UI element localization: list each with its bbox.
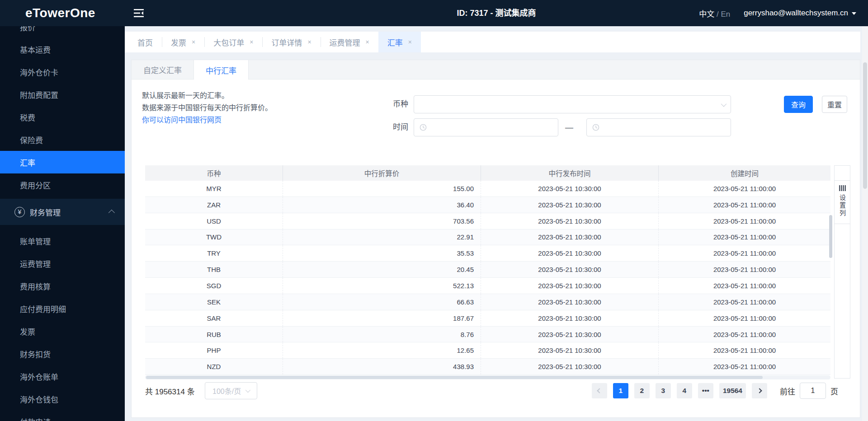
currency-cell: SEK bbox=[145, 294, 283, 310]
tab-汇率[interactable]: 汇率× bbox=[378, 32, 421, 52]
publish-time-cell: 2023-05-21 10:30:00 bbox=[481, 262, 659, 277]
sidebar-item-账单管理[interactable]: 账单管理 bbox=[0, 229, 125, 252]
total-count: 共 1956314 条 bbox=[145, 385, 195, 397]
sidebar-item-发票[interactable]: 发票 bbox=[0, 320, 125, 342]
app-logo: eTowerOne bbox=[25, 0, 95, 26]
chevron-down-icon bbox=[721, 101, 727, 107]
currency-cell: THB bbox=[145, 262, 283, 277]
column-settings-strip: 设置列 bbox=[834, 165, 850, 379]
time-label: 时间 bbox=[381, 118, 408, 136]
publish-time-cell: 2023-05-21 10:30:00 bbox=[481, 359, 659, 374]
sidebar-item-海外仓价卡[interactable]: 海外仓价卡 bbox=[0, 61, 125, 83]
subtab-中行汇率[interactable]: 中行汇率 bbox=[194, 60, 249, 80]
page-button-19564[interactable]: 19564 bbox=[719, 383, 746, 398]
publish-time-cell: 2023-05-21 10:30:00 bbox=[481, 213, 659, 229]
reset-button[interactable]: 重置 bbox=[822, 96, 847, 113]
tab-运费管理[interactable]: 运费管理× bbox=[321, 32, 378, 52]
publish-time-cell: 2023-05-21 10:30:00 bbox=[481, 197, 659, 213]
currency-label: 币种 bbox=[381, 95, 408, 113]
page-button-2[interactable]: 2 bbox=[634, 383, 650, 398]
sidebar-item-汇率[interactable]: 汇率 bbox=[0, 151, 125, 173]
rate-cell: 8.76 bbox=[283, 327, 481, 342]
publish-time-cell: 2023-05-21 10:30:00 bbox=[481, 245, 659, 261]
close-icon[interactable]: × bbox=[366, 39, 369, 45]
goto-page: 前往 1 页 bbox=[780, 383, 838, 399]
pagination: 共 1956314 条 100条/页 1234•••19564 前往 1 页 bbox=[145, 382, 838, 400]
main-content: 首页发票×大包订单×订单详情×运费管理×汇率× 自定义汇率中行汇率 默认展示最新… bbox=[125, 26, 868, 421]
page-button-4[interactable]: 4 bbox=[677, 383, 692, 398]
table-row: THB20.452023-05-21 10:30:002023-05-21 11… bbox=[145, 262, 830, 278]
tenant-title: ID: 7317 - 测试集成商 bbox=[457, 0, 536, 26]
search-button[interactable]: 查询 bbox=[784, 96, 813, 113]
close-icon[interactable]: × bbox=[307, 39, 311, 45]
horizontal-scrollbar[interactable] bbox=[145, 375, 830, 379]
tab-大包订单[interactable]: 大包订单× bbox=[204, 32, 262, 52]
chevron-up-icon bbox=[108, 210, 115, 216]
page-size-select[interactable]: 100条/页 bbox=[205, 382, 257, 399]
time-start-input[interactable] bbox=[414, 118, 558, 136]
sidebar-item-海外仓钱包[interactable]: 海外仓钱包 bbox=[0, 388, 125, 410]
more-pages-button[interactable]: ••• bbox=[698, 383, 713, 398]
user-menu[interactable]: gerryshao@walltechsystem.cn bbox=[744, 9, 856, 18]
rate-cell: 703.56 bbox=[283, 213, 481, 229]
page-scrollbar-thumb[interactable] bbox=[863, 62, 867, 189]
tab-label: 订单详情 bbox=[271, 37, 302, 48]
bank-website-link[interactable]: 你可以访问中国银行网页 bbox=[142, 114, 272, 126]
sidebar-item-报价[interactable]: 报价 bbox=[0, 26, 125, 38]
close-icon[interactable]: × bbox=[192, 39, 195, 45]
page-button-1[interactable]: 1 bbox=[613, 383, 628, 398]
range-separator: — bbox=[565, 123, 573, 132]
bank-rate-panel: 默认展示最新一天的汇率。 数据来源于中国银行每天的中行折算价。 你可以访问中国银… bbox=[131, 80, 860, 418]
sidebar-item-费用核算[interactable]: 费用核算 bbox=[0, 275, 125, 297]
menu-fold-icon[interactable] bbox=[134, 9, 144, 18]
tab-订单详情[interactable]: 订单详情× bbox=[262, 32, 320, 52]
goto-page-input[interactable]: 1 bbox=[800, 383, 826, 399]
close-icon[interactable]: × bbox=[408, 39, 412, 45]
sidebar-item-海外仓账单[interactable]: 海外仓账单 bbox=[0, 365, 125, 388]
prev-page-button[interactable] bbox=[592, 383, 607, 398]
page-button-3[interactable]: 3 bbox=[656, 383, 671, 398]
subtab-自定义汇率[interactable]: 自定义汇率 bbox=[132, 60, 194, 79]
next-page-button[interactable] bbox=[752, 383, 767, 398]
rate-cell: 22.91 bbox=[283, 229, 481, 245]
chevron-down-icon bbox=[245, 388, 250, 393]
rate-cell: 66.63 bbox=[283, 294, 481, 310]
sidebar-item-保险费[interactable]: 保险费 bbox=[0, 128, 125, 151]
sidebar-group-财务管理[interactable]: ¥财务管理 bbox=[0, 199, 125, 225]
sidebar-item-附加费配置[interactable]: 附加费配置 bbox=[0, 83, 125, 106]
currency-select[interactable] bbox=[414, 95, 731, 113]
create-time-cell: 2023-05-21 11:00:00 bbox=[659, 245, 830, 261]
lang-zh[interactable]: 中文 bbox=[699, 10, 714, 19]
publish-time-cell: 2023-05-21 10:30:00 bbox=[481, 278, 659, 294]
sidebar-item-基本运费[interactable]: 基本运费 bbox=[0, 38, 125, 61]
publish-time-cell: 2023-05-21 10:30:00 bbox=[481, 181, 659, 196]
time-end-input[interactable] bbox=[586, 118, 731, 136]
column-settings-label: 设置列 bbox=[838, 194, 847, 217]
tab-首页[interactable]: 首页 bbox=[128, 32, 162, 52]
publish-time-cell: 2023-05-21 10:30:00 bbox=[481, 229, 659, 245]
goto-suffix: 页 bbox=[830, 385, 838, 397]
page-scrollbar[interactable] bbox=[862, 26, 868, 421]
sidebar-item-付款申请[interactable]: 付款申请 bbox=[0, 410, 125, 421]
column-settings-header bbox=[835, 166, 850, 181]
horizontal-scrollbar-thumb[interactable] bbox=[146, 376, 763, 379]
lang-en[interactable]: En bbox=[721, 10, 730, 19]
table-row: SEK66.632023-05-21 10:30:002023-05-21 11… bbox=[145, 294, 830, 310]
language-switch[interactable]: 中文 / En bbox=[699, 8, 730, 19]
column-header-中行折算价: 中行折算价 bbox=[283, 165, 481, 181]
publish-time-cell: 2023-05-21 10:30:00 bbox=[481, 327, 659, 342]
create-time-cell: 2023-05-21 11:00:00 bbox=[659, 327, 830, 342]
column-settings-button[interactable]: 设置列 bbox=[835, 181, 850, 224]
close-icon[interactable]: × bbox=[250, 39, 253, 45]
tab-发票[interactable]: 发票× bbox=[162, 32, 204, 52]
sidebar-item-费用分区[interactable]: 费用分区 bbox=[0, 173, 125, 196]
column-header-创建时间: 创建时间 bbox=[659, 165, 830, 181]
create-time-cell: 2023-05-21 11:00:00 bbox=[659, 197, 830, 213]
publish-time-cell: 2023-05-21 10:30:00 bbox=[481, 342, 659, 358]
sidebar-item-运费管理[interactable]: 运费管理 bbox=[0, 252, 125, 275]
sidebar-item-税费[interactable]: 税费 bbox=[0, 106, 125, 128]
table-scrollbar-thumb[interactable] bbox=[829, 215, 832, 258]
create-time-cell: 2023-05-21 11:00:00 bbox=[659, 229, 830, 245]
sidebar-item-应付费用明细[interactable]: 应付费用明细 bbox=[0, 297, 125, 320]
sidebar-item-财务扣货[interactable]: 财务扣货 bbox=[0, 342, 125, 365]
